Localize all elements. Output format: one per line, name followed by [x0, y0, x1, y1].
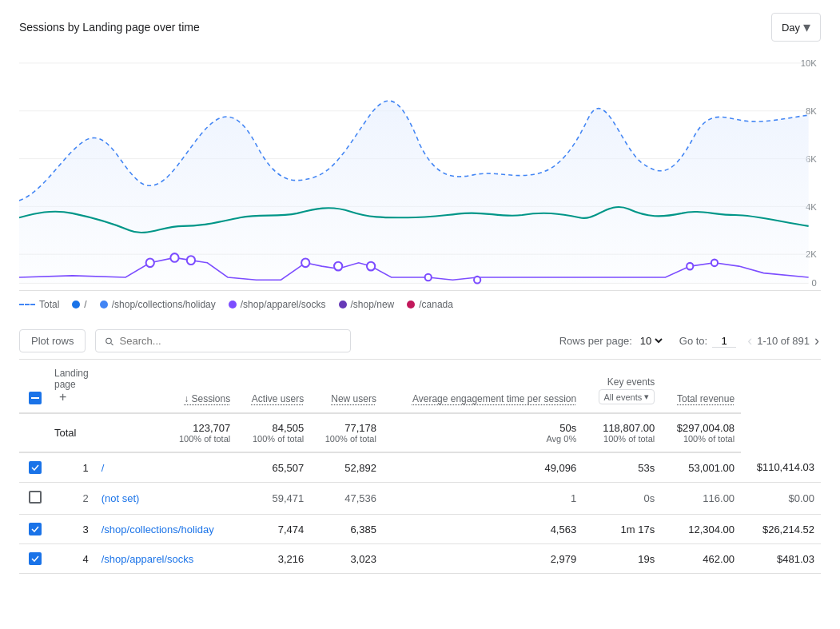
chart-legend: Total / /shop/collections/holiday /shop/…: [19, 299, 821, 310]
next-page-button[interactable]: ›: [813, 331, 821, 351]
sessions-header[interactable]: ↓ Sessions: [95, 360, 237, 413]
row-4-num: 4: [48, 544, 95, 574]
goto-input[interactable]: [712, 335, 736, 348]
row-4-key-events: 462.00: [661, 544, 741, 574]
svg-point-12: [146, 258, 154, 267]
row-3-new-users: 4,563: [383, 515, 583, 544]
row-1-checkbox-cell[interactable]: [19, 452, 48, 483]
row-4-avg-engagement: 19s: [583, 544, 661, 574]
svg-point-20: [687, 263, 693, 270]
legend-new: /shop/new: [339, 299, 395, 310]
plot-rows-button[interactable]: Plot rows: [19, 329, 86, 352]
total-revenue: $297,004.08 100% of total: [661, 413, 741, 452]
new-legend-dot: [339, 301, 347, 309]
active-users-header: Active users: [237, 360, 310, 413]
total-label: Total: [48, 413, 95, 452]
row-2-avg-engagement: 0s: [583, 483, 661, 515]
new-users-header: New users: [310, 360, 383, 413]
row-3-landing-page[interactable]: /shop/collections/holiday: [95, 515, 237, 544]
total-new-users: 77,178 100% of total: [310, 413, 383, 452]
table-row: 1 / 65,507 52,892 49,096 53s 53,001.00 $…: [19, 452, 821, 483]
row-2-landing-page[interactable]: (not set): [95, 483, 237, 515]
all-events-dropdown[interactable]: All events ▾: [599, 389, 655, 404]
select-all-header[interactable]: [19, 360, 48, 413]
canada-legend-dot: [407, 301, 415, 309]
row-1-active-users: 52,892: [310, 452, 383, 483]
row-1-avg-engagement: 53s: [583, 452, 661, 483]
row-1-checkbox[interactable]: [29, 461, 42, 474]
legend-slash: /: [72, 299, 86, 310]
row-3-avg-engagement: 1m 17s: [583, 515, 661, 544]
add-column-button[interactable]: +: [54, 388, 71, 405]
table-row: 2 (not set) 59,471 47,536 1 0s 116.00 $0…: [19, 483, 821, 515]
total-checkbox-cell: [19, 413, 48, 452]
row-1-num: 1: [48, 452, 95, 483]
row-4-checkbox-cell[interactable]: [19, 544, 48, 574]
svg-point-19: [474, 277, 480, 284]
table-row: 4 /shop/apparel/socks 3,216 3,023 2,979 …: [19, 544, 821, 574]
row-4-sessions: 3,216: [237, 544, 310, 574]
key-events-header: Key events All events ▾: [583, 360, 661, 413]
row-2-active-users: 47,536: [310, 483, 383, 515]
prev-page-button[interactable]: ‹: [746, 331, 754, 351]
row-1-new-users: 49,096: [383, 452, 583, 483]
total-revenue-header: Total revenue: [661, 360, 741, 413]
row-3-checkbox[interactable]: [29, 523, 42, 535]
search-icon: [104, 336, 114, 347]
svg-text:0: 0: [812, 277, 817, 287]
total-row: Total 123,707 100% of total 84,505 100% …: [19, 413, 821, 452]
data-table: Landing page + ↓ Sessions Active users N…: [19, 360, 821, 574]
svg-point-14: [187, 256, 195, 265]
all-events-arrow-icon: ▾: [644, 392, 649, 402]
legend-holiday: /shop/collections/holiday: [100, 299, 216, 310]
chart-area: 10K 8K 6K 4K 2K 0: [19, 51, 821, 291]
row-2-sessions: 59,471: [237, 483, 310, 515]
legend-socks: /shop/apparel/socks: [229, 299, 326, 310]
dropdown-arrow-icon: ▾: [803, 18, 810, 36]
row-3-checkbox-cell[interactable]: [19, 515, 48, 544]
goto: Go to:: [679, 335, 736, 348]
landing-page-header: Landing page +: [48, 360, 95, 413]
svg-rect-39: [31, 397, 39, 399]
total-avg-engagement: 50s Avg 0%: [383, 413, 583, 452]
row-4-checkbox[interactable]: [29, 552, 42, 565]
svg-point-15: [301, 258, 309, 267]
row-1-sessions: 65,507: [237, 452, 310, 483]
chart-svg: 10K 8K 6K 4K 2K 0: [19, 51, 821, 290]
search-box[interactable]: [95, 329, 351, 352]
table-controls: Plot rows Rows per page: 10 25 50 Go to:…: [19, 323, 821, 360]
row-2-key-events: 116.00: [661, 483, 741, 515]
row-4-revenue: $481.03: [741, 544, 821, 574]
svg-point-13: [170, 253, 178, 262]
row-2-new-users: 1: [383, 483, 583, 515]
slash-legend-dot: [72, 301, 80, 309]
row-1-landing-page[interactable]: /: [95, 452, 237, 483]
search-input[interactable]: [120, 335, 343, 347]
row-1-key-events: 53,001.00: [661, 452, 741, 483]
day-selector[interactable]: Day ▾: [771, 13, 821, 42]
row-2-checkbox-cell[interactable]: [19, 483, 48, 515]
row-3-num: 3: [48, 515, 95, 544]
holiday-legend-dot: [100, 301, 108, 309]
total-active-users: 84,505 100% of total: [237, 413, 310, 452]
row-3-sessions: 7,474: [237, 515, 310, 544]
row-4-landing-page[interactable]: /shop/apparel/socks: [95, 544, 237, 574]
table-row: 3 /shop/collections/holiday 7,474 6,385 …: [19, 515, 821, 544]
total-key-events: 118,807.00 100% of total: [583, 413, 661, 452]
row-2-revenue: $0.00: [741, 483, 821, 515]
row-4-active-users: 3,023: [310, 544, 383, 574]
total-sessions: 123,707 100% of total: [95, 413, 237, 452]
select-all-checkbox[interactable]: [29, 392, 42, 404]
svg-point-21: [711, 260, 718, 267]
legend-canada: /canada: [407, 299, 453, 310]
avg-engagement-header: Average engagement time per session: [383, 360, 583, 413]
row-2-checkbox[interactable]: [29, 491, 42, 504]
pagination: ‹ 1-10 of 891 ›: [746, 331, 821, 351]
legend-total: Total: [19, 299, 59, 310]
rows-per-page-select[interactable]: 10 25 50: [637, 334, 665, 348]
total-legend-line: [19, 304, 35, 305]
row-3-active-users: 6,385: [310, 515, 383, 544]
svg-point-17: [367, 262, 375, 271]
row-3-revenue: $26,214.52: [741, 515, 821, 544]
socks-legend-dot: [229, 301, 237, 309]
